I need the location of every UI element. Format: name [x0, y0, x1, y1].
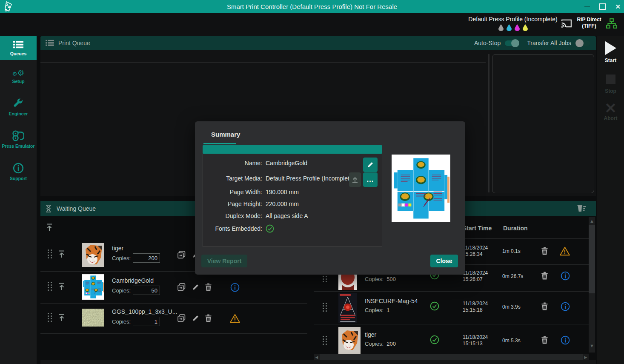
rollers-icon — [12, 130, 24, 141]
sidebar-item-setup[interactable]: ⚙⚙ Setup — [0, 66, 37, 88]
job-warning-icon[interactable] — [560, 246, 570, 256]
sidebar-item-support[interactable]: Support — [0, 158, 37, 185]
delete-job-icon[interactable] — [205, 283, 212, 291]
move-to-top-icon[interactable] — [58, 314, 65, 321]
close-dialog-button[interactable]: Close — [430, 255, 458, 267]
column-start-time: Start Time — [463, 225, 492, 232]
delete-job-icon[interactable] — [541, 247, 548, 255]
transport-controls: Start Stop ✕ Abort — [597, 36, 624, 364]
ink-drop-magenta-icon — [515, 24, 520, 31]
vscroll-thumb[interactable] — [589, 225, 595, 293]
job-preview-image — [392, 155, 450, 222]
hscroll-thumb[interactable] — [320, 354, 583, 360]
scroll-left-icon[interactable]: ◄ — [314, 355, 320, 360]
scroll-down-icon[interactable]: ▼ — [589, 343, 595, 348]
job-name: CambridgeGold — [112, 277, 154, 284]
delete-job-icon[interactable] — [541, 272, 548, 280]
queues-icon — [13, 40, 23, 49]
transfer-all-jobs-toggle[interactable] — [575, 40, 590, 46]
bottom-scroll-strip[interactable] — [40, 360, 596, 364]
window-title: Smart Print Controller (Default Press Pr… — [0, 3, 624, 10]
job-info-icon[interactable] — [561, 335, 570, 345]
drag-handle-icon[interactable] — [48, 249, 52, 258]
stop-icon — [606, 75, 615, 84]
scroll-right-icon[interactable]: ► — [583, 355, 589, 360]
cast-icon[interactable] — [561, 19, 572, 28]
scroll-up-icon[interactable]: ▲ — [589, 217, 595, 224]
upload-media-button[interactable] — [349, 172, 361, 187]
print-queue-preview-panel — [492, 54, 594, 193]
page-width-value: 190.000 mm — [266, 189, 299, 195]
move-all-top-icon[interactable] — [46, 224, 53, 231]
duplicate-job-icon[interactable] — [177, 251, 186, 259]
drag-handle-icon[interactable] — [323, 273, 327, 282]
auto-stop-toggle[interactable] — [505, 40, 519, 46]
sidebar-item-engineer[interactable]: Engineer — [0, 94, 37, 120]
network-icon[interactable] — [606, 18, 617, 29]
auto-stop-label: Auto-Stop — [474, 40, 501, 46]
play-icon — [605, 41, 616, 55]
ink-levels — [464, 24, 562, 31]
wrench-icon — [13, 98, 24, 109]
start-button[interactable]: Start — [597, 36, 624, 63]
maximize-button[interactable] — [599, 3, 606, 10]
print-queue-scrollbar[interactable] — [488, 54, 489, 192]
move-to-top-icon[interactable] — [58, 283, 65, 290]
drag-handle-icon[interactable] — [48, 282, 52, 291]
job-info-icon[interactable] — [561, 271, 570, 281]
copies-input[interactable] — [133, 286, 160, 295]
job-name: tiger — [112, 245, 123, 252]
job-thumbnail — [82, 274, 104, 300]
page-height-label: Page Height: — [203, 201, 262, 207]
print-queue-title: Print Queue — [58, 40, 90, 46]
job-summary-dialog: Summary Name: CambridgeGold Target Media… — [195, 121, 465, 275]
abort-button[interactable]: ✕ Abort — [597, 94, 624, 121]
drag-handle-icon[interactable] — [323, 303, 327, 312]
view-report-button[interactable]: View Report — [201, 255, 247, 267]
transfer-all-jobs-label: Transfer All Jobs — [527, 40, 571, 46]
copies-input[interactable] — [133, 253, 160, 263]
sidebar-item-press-emulator[interactable]: Press Emulator — [0, 126, 37, 152]
title-bar: Smart Print Controller (Default Press Pr… — [0, 0, 624, 13]
print-queue-list-icon — [46, 40, 54, 46]
print-queue-header: Print Queue Auto-Stop Transfer All Jobs — [40, 36, 596, 50]
minimize-button[interactable] — [584, 6, 590, 7]
printed-queue-hscrollbar[interactable]: ◄ ► — [314, 354, 589, 360]
job-info-icon[interactable] — [230, 283, 240, 292]
target-media-label: Target Media: — [203, 175, 262, 182]
printed-queue-vscrollbar[interactable]: ▲ — [589, 217, 595, 353]
progress-bar — [203, 145, 382, 154]
delete-job-icon[interactable] — [205, 314, 212, 322]
hourglass-icon — [46, 205, 52, 212]
browse-media-button[interactable]: ... — [363, 172, 378, 187]
copies-input[interactable] — [133, 317, 160, 326]
drag-handle-icon[interactable] — [48, 313, 52, 322]
stop-button[interactable]: Stop — [597, 63, 624, 94]
tab-underline — [203, 143, 236, 144]
ink-drop-cyan-icon — [507, 24, 512, 31]
drag-handle-icon[interactable] — [323, 336, 327, 345]
press-profile-label: Default Press Profile (Incomplete) — [464, 16, 562, 23]
waiting-job-row: CambridgeGold Copies: — [40, 272, 307, 303]
duplicate-job-icon[interactable] — [177, 283, 186, 291]
move-to-top-icon[interactable] — [58, 250, 65, 258]
edit-job-icon[interactable] — [192, 315, 199, 322]
job-info-icon[interactable] — [561, 302, 570, 311]
sidebar-item-queues[interactable]: Queues — [0, 36, 37, 60]
job-warning-icon[interactable] — [230, 314, 240, 323]
clear-queue-sweep-icon[interactable] — [576, 204, 587, 212]
abort-x-icon: ✕ — [604, 102, 617, 115]
job-name: GGS_100pp_1_3x3_U... — [112, 308, 177, 315]
close-window-button[interactable]: ✕ — [615, 3, 621, 10]
edit-name-button[interactable] — [363, 158, 378, 172]
duplicate-job-icon[interactable] — [177, 314, 186, 322]
delete-job-icon[interactable] — [541, 302, 548, 310]
edit-job-icon[interactable] — [192, 284, 199, 291]
ink-drop-yellow-icon — [523, 24, 528, 31]
app-window: Smart Print Controller (Default Press Pr… — [0, 0, 624, 364]
edit-pencil-icon — [367, 161, 374, 168]
column-duration: Duration — [503, 225, 528, 232]
support-info-icon — [13, 163, 24, 174]
delete-job-icon[interactable] — [541, 336, 548, 344]
tab-summary[interactable]: Summary — [211, 131, 240, 138]
